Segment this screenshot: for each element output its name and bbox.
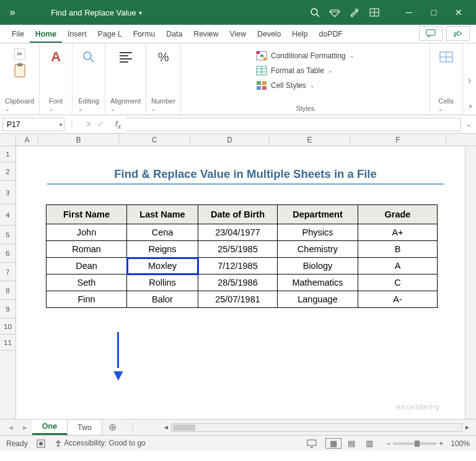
zoom-slider[interactable]	[393, 442, 436, 445]
confirm-formula-icon[interactable]: ✓	[97, 120, 104, 129]
name-box-dropdown-icon[interactable]: ▾	[60, 121, 63, 128]
fx-icon[interactable]: fx	[113, 119, 123, 130]
cell-first-name[interactable]: John	[46, 224, 127, 241]
cell-styles-button[interactable]: Cell Styles ⌄	[252, 79, 358, 92]
col-header-a[interactable]: A	[16, 134, 38, 146]
formula-input[interactable]	[126, 118, 461, 131]
cell-dob[interactable]: 25/07/1981	[198, 291, 278, 308]
vertical-scrollbar[interactable]	[465, 146, 476, 419]
cell-last-name-selected[interactable]: Moxley	[127, 258, 198, 274]
cancel-formula-icon[interactable]: ✕	[86, 120, 92, 129]
scroll-left-icon[interactable]: ◄	[161, 424, 171, 431]
cell-last-name[interactable]: Cena	[127, 224, 198, 241]
close-button[interactable]: ✕	[446, 7, 471, 17]
display-settings-icon[interactable]	[307, 439, 317, 448]
tab-dopdf[interactable]: doPDF	[314, 26, 348, 43]
tab-nav-prev-icon[interactable]: ◄	[4, 424, 18, 431]
tab-data[interactable]: Data	[161, 26, 188, 43]
row-header[interactable]: 1	[0, 146, 15, 162]
cells-area[interactable]: Find & Replace Value in Multiple Sheets …	[16, 146, 465, 419]
sheet-tab-one[interactable]: One	[32, 419, 68, 435]
cell-first-name[interactable]: Seth	[46, 274, 127, 291]
name-box[interactable]: P17 ▾	[2, 118, 64, 131]
tab-page-layout[interactable]: Page L	[92, 26, 128, 43]
cell-grade[interactable]: B	[358, 241, 438, 258]
cell-dob[interactable]: 7/12/1985	[198, 258, 278, 274]
quick-access-expand-icon[interactable]: »	[5, 7, 20, 18]
select-all-corner[interactable]	[0, 134, 16, 146]
search-icon[interactable]	[305, 7, 325, 17]
zoom-level[interactable]: 100%	[451, 439, 470, 448]
cell-department[interactable]: Mathematics	[278, 274, 358, 291]
cell-dob[interactable]: 25/5/1985	[198, 241, 278, 258]
new-sheet-button[interactable]: ⊕	[102, 421, 123, 433]
maximize-button[interactable]: □	[421, 7, 446, 17]
zoom-in-button[interactable]: +	[439, 439, 443, 448]
accessibility-status[interactable]: Accessibility: Good to go	[54, 439, 146, 448]
col-header-b[interactable]: B	[38, 134, 119, 146]
macro-record-icon[interactable]	[37, 439, 45, 448]
cell-department[interactable]: Biology	[278, 258, 358, 274]
cell-grade[interactable]: A+	[358, 224, 438, 241]
minimize-button[interactable]: ─	[397, 7, 421, 17]
row-header[interactable]: 5	[0, 226, 15, 244]
horizontal-scrollbar[interactable]: ◄ ►	[161, 423, 472, 432]
col-header-c[interactable]: C	[119, 134, 190, 146]
cell-grade[interactable]: A	[358, 258, 438, 274]
col-header-d[interactable]: D	[190, 134, 270, 146]
row-header[interactable]: 11	[0, 335, 15, 351]
cell-department[interactable]: Language	[278, 291, 358, 308]
scroll-right-icon[interactable]: ►	[462, 424, 472, 431]
cell-last-name[interactable]: Reigns	[127, 241, 198, 258]
cell-last-name[interactable]: Balor	[127, 291, 198, 308]
row-header[interactable]: 3	[0, 181, 15, 204]
ribbon-collapse-icon[interactable]: ^	[469, 103, 472, 112]
tab-file[interactable]: File	[6, 26, 30, 43]
format-as-table-button[interactable]: Format as Table ⌄	[252, 64, 358, 77]
tab-nav-next-icon[interactable]: ►	[18, 424, 32, 431]
cell-last-name[interactable]: Rollins	[127, 274, 198, 291]
zoom-out-button[interactable]: −	[386, 439, 390, 448]
col-header-f[interactable]: F	[350, 134, 446, 146]
row-header[interactable]: 7	[0, 263, 15, 281]
cell-dob[interactable]: 28/5/1986	[198, 274, 278, 291]
premium-icon[interactable]	[325, 7, 345, 17]
comments-button[interactable]	[419, 26, 443, 41]
title-dropdown-icon[interactable]: ▾	[139, 9, 142, 16]
formula-expand-icon[interactable]: ⌄	[464, 121, 474, 128]
cell-department[interactable]: Chemistry	[278, 241, 358, 258]
app-window-icon[interactable]	[364, 8, 384, 17]
share-button[interactable]	[446, 26, 470, 41]
tab-formulas[interactable]: Formu	[128, 26, 161, 43]
cells-button[interactable]	[435, 47, 457, 68]
ink-icon[interactable]	[345, 7, 364, 18]
tab-review[interactable]: Review	[188, 26, 224, 43]
cell-first-name[interactable]: Dean	[46, 258, 127, 274]
header-dob[interactable]: Date of Birth	[198, 205, 278, 224]
row-header[interactable]: 6	[0, 244, 15, 263]
col-header-e[interactable]: E	[270, 134, 350, 146]
cell-first-name[interactable]: Finn	[46, 291, 127, 308]
header-department[interactable]: Department	[278, 205, 358, 224]
tab-help[interactable]: Help	[286, 26, 313, 43]
sheet-tab-two[interactable]: Two	[68, 421, 102, 434]
font-button[interactable]: A	[45, 47, 67, 68]
number-button[interactable]: %	[152, 47, 175, 68]
alignment-button[interactable]	[115, 47, 137, 68]
row-header[interactable]: 4	[0, 204, 15, 226]
normal-view-icon[interactable]: ▦	[325, 438, 342, 449]
cell-grade[interactable]: C	[358, 274, 438, 291]
header-grade[interactable]: Grade	[358, 205, 438, 224]
cell-first-name[interactable]: Roman	[46, 241, 127, 258]
paste-button[interactable]: ✂	[9, 47, 31, 82]
header-first-name[interactable]: First Name	[46, 205, 127, 224]
cell-department[interactable]: Physics	[278, 224, 358, 241]
cell-dob[interactable]: 23/04/1977	[198, 224, 278, 241]
row-header[interactable]: 2	[0, 162, 15, 181]
header-last-name[interactable]: Last Name	[127, 205, 198, 224]
conditional-formatting-button[interactable]: Conditional Formatting ⌄	[252, 50, 358, 62]
tab-home[interactable]: Home	[30, 26, 62, 43]
tab-view[interactable]: View	[224, 26, 252, 43]
page-layout-view-icon[interactable]: ▤	[343, 438, 359, 449]
row-header[interactable]: 8	[0, 281, 15, 300]
